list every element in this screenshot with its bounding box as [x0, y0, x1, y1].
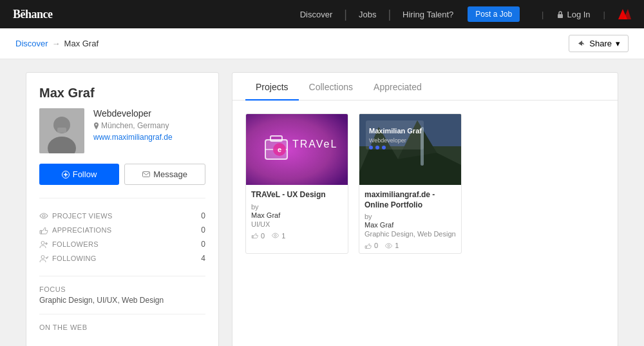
stat-project-views-value: 0: [201, 211, 205, 220]
views-count: 1: [271, 232, 285, 240]
tab-projects[interactable]: Projects: [245, 73, 299, 100]
svg-point-14: [41, 241, 44, 244]
main-content: Max Graf Webdeveloper: [13, 72, 631, 346]
views-count: 1: [384, 242, 399, 249]
svg-rect-32: [366, 120, 424, 149]
follow-button[interactable]: Follow: [39, 164, 119, 185]
stat-appreciations: APPRECIATIONS 0: [39, 223, 205, 237]
breadcrumb-arrow: →: [52, 39, 61, 48]
profile-avatar: [39, 108, 84, 153]
share-icon: [577, 39, 585, 48]
view-value: 1: [281, 232, 285, 240]
nav-divider: |: [344, 8, 347, 21]
action-buttons: Follow Message: [39, 164, 205, 185]
like-value: 0: [374, 242, 378, 249]
view-value: 1: [395, 242, 399, 249]
stat-followers: FOLLOWERS 0: [39, 237, 205, 251]
thumbs-up-small-icon: [251, 232, 259, 239]
profile-info: Webdeveloper München, Germany www.maximi…: [93, 108, 173, 153]
svg-point-36: [375, 146, 379, 149]
svg-rect-0: [558, 14, 563, 18]
logo: Bëhance: [13, 8, 53, 21]
focus-section: FOCUS Graphic Design, UI/UX, Web Design: [39, 276, 205, 305]
svg-point-17: [41, 255, 44, 258]
project-by: by: [365, 213, 456, 220]
location-icon: [93, 122, 99, 130]
nav-discover[interactable]: Discover: [291, 10, 342, 19]
tab-collections[interactable]: Collections: [299, 73, 363, 100]
nav-right: | Log In |: [539, 9, 631, 19]
focus-value: Graphic Design, UI/UX, Web Design: [39, 296, 205, 305]
thumbs-up-icon: [39, 226, 48, 235]
svg-rect-13: [40, 230, 42, 234]
login-button[interactable]: Log In: [556, 10, 590, 19]
profile-location: München, Germany: [93, 121, 173, 130]
profile-sidebar: Max Graf Webdeveloper: [26, 72, 219, 346]
svg-text:TRAVeL: TRAVeL: [292, 139, 337, 149]
nav-sep2: |: [603, 10, 605, 19]
project-category: Graphic Design, Web Design: [365, 230, 456, 238]
likes-count: 0: [365, 242, 378, 249]
eye-small-icon: [271, 233, 279, 238]
share-button[interactable]: Share ▾: [569, 35, 629, 52]
project-thumbnail: e TRAVeL: [246, 114, 348, 185]
eye-icon: [39, 212, 48, 220]
project-by: by: [251, 203, 343, 211]
svg-point-26: [274, 235, 276, 236]
svg-rect-25: [252, 236, 253, 238]
profile-name: Max Graf: [39, 86, 205, 101]
stat-project-views-label: PROJECT VIEWS: [52, 212, 113, 220]
breadcrumb-current: Max Graf: [64, 39, 99, 48]
stat-following-label: FOLLOWING: [52, 255, 97, 262]
top-navigation: Bëhance Discover | Jobs | Hiring Talent?…: [0, 0, 644, 28]
message-button[interactable]: Message: [124, 164, 205, 185]
nav-hiring[interactable]: Hiring Talent?: [393, 10, 462, 19]
profile-row: Webdeveloper München, Germany www.maximi…: [39, 108, 205, 153]
tabs-bar: Projects Collections Appreciated: [232, 73, 618, 101]
svg-rect-6: [57, 128, 66, 133]
stat-following: FOLLOWING 4: [39, 251, 205, 265]
project-meta: 0 1: [365, 242, 456, 249]
svg-rect-38: [365, 245, 366, 248]
like-value: 0: [261, 232, 265, 240]
project-thumb-portfolio: Maximilian Graf Webdeveloper: [359, 114, 462, 185]
profile-website[interactable]: www.maximiliangraf.de: [93, 133, 173, 142]
project-author: Max Graf: [365, 221, 456, 229]
svg-point-7: [95, 124, 97, 125]
svg-point-39: [388, 245, 390, 247]
svg-rect-18: [246, 114, 348, 185]
project-info: maximiliangraf.de - Online Portfolio by …: [359, 185, 461, 253]
breadcrumb-discover[interactable]: Discover: [15, 39, 48, 48]
project-category: UI/UX: [251, 220, 343, 228]
projects-panel: Projects Collections Appreciated: [232, 72, 618, 346]
focus-label: FOCUS: [39, 285, 205, 293]
stats-section: PROJECT VIEWS 0 APPRECIATIONS 0: [39, 198, 205, 265]
nav-jobs[interactable]: Jobs: [350, 10, 385, 19]
svg-text:Maximilian Graf: Maximilian Graf: [369, 127, 422, 135]
stat-followers-label: FOLLOWERS: [52, 240, 99, 248]
stat-appreciations-label: APPRECIATIONS: [52, 226, 111, 234]
avatar-image: [39, 108, 84, 153]
svg-text:Webdeveloper: Webdeveloper: [369, 137, 406, 144]
tab-appreciated[interactable]: Appreciated: [363, 73, 432, 100]
lock-icon: [556, 10, 564, 19]
nav-sep: |: [542, 10, 544, 19]
following-icon: [39, 255, 48, 263]
project-author: Max Graf: [251, 211, 343, 219]
breadcrumb-bar: Discover → Max Graf Share ▾: [0, 28, 644, 59]
svg-text:e: e: [278, 146, 281, 153]
stat-project-views: PROJECT VIEWS 0: [39, 209, 205, 223]
on-web-label: ON THE WEB: [39, 323, 205, 331]
project-thumb-travel: e TRAVeL: [246, 114, 348, 185]
project-meta: 0 1: [251, 232, 343, 240]
project-card[interactable]: e TRAVeL TRAVeL - UX Design by Max Graf …: [245, 113, 348, 254]
thumbs-up-small-icon2: [365, 242, 372, 249]
project-info: TRAVeL - UX Design by Max Graf UI/UX 0: [246, 185, 348, 244]
follow-plus-icon: [62, 171, 70, 178]
svg-point-12: [43, 215, 45, 217]
breadcrumb: Discover → Max Graf: [15, 39, 99, 48]
post-job-button[interactable]: Post a Job: [468, 6, 520, 22]
nav-divider2: |: [388, 8, 391, 21]
stat-followers-value: 0: [201, 240, 205, 249]
project-card[interactable]: Maximilian Graf Webdeveloper maximiliang…: [359, 113, 462, 254]
